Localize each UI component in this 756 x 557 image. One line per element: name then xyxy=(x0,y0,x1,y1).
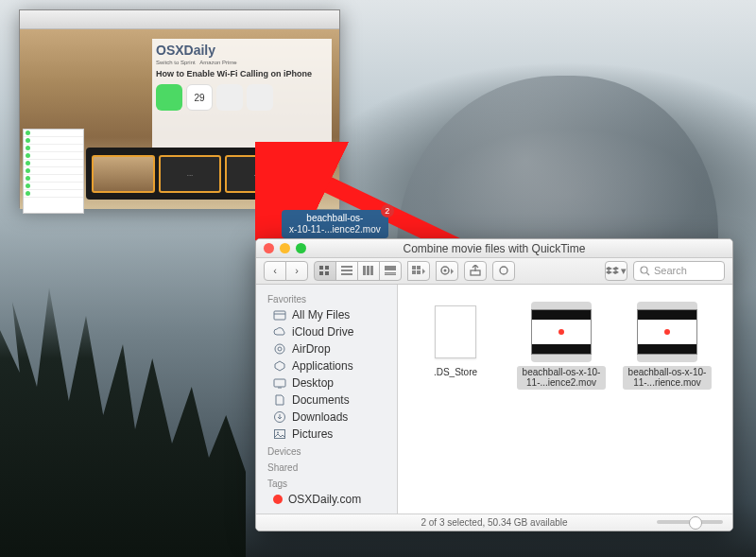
osxdaily-logo: OSXDaily xyxy=(156,43,328,58)
sidebar-item-label: Applications xyxy=(292,359,353,373)
icon-view-button[interactable] xyxy=(314,261,336,281)
file-icon xyxy=(531,302,592,362)
file-label: beachball-os-x-10-11-...rience.mov xyxy=(623,366,712,390)
sidebar-item-icloud-drive[interactable]: iCloud Drive xyxy=(256,323,397,340)
svg-rect-5 xyxy=(341,266,352,268)
svg-rect-13 xyxy=(385,274,396,275)
finder-window[interactable]: Combine movie files with QuickTime ‹ › xyxy=(255,238,733,531)
svg-rect-9 xyxy=(367,266,369,275)
back-button[interactable]: ‹ xyxy=(264,261,286,281)
finder-titlebar[interactable]: Combine movie files with QuickTime xyxy=(256,239,732,258)
sidebar-item-airdrop[interactable]: AirDrop xyxy=(256,340,397,357)
finder-toolbar: ‹ › xyxy=(256,258,732,284)
svg-point-27 xyxy=(278,347,282,351)
zoom-button[interactable] xyxy=(296,243,306,253)
svg-point-21 xyxy=(500,267,507,274)
search-input[interactable]: Search xyxy=(633,261,725,281)
favorites-header: Favorites xyxy=(256,290,397,306)
svg-rect-10 xyxy=(370,266,373,275)
sidebar-item-pictures[interactable]: Pictures xyxy=(256,426,397,443)
desktop-icon xyxy=(273,376,286,390)
file-label: .DS_Store xyxy=(432,366,479,379)
tags-button[interactable] xyxy=(492,261,515,281)
sidebar-item-label: Downloads xyxy=(292,410,348,424)
svg-rect-31 xyxy=(275,429,285,438)
svg-point-22 xyxy=(641,267,647,273)
clip-2[interactable]: ... xyxy=(159,155,222,193)
finder-title: Combine movie files with QuickTime xyxy=(404,242,586,255)
svg-rect-3 xyxy=(319,271,323,275)
search-icon xyxy=(640,266,650,276)
svg-rect-1 xyxy=(319,266,323,270)
quicktime-titlebar[interactable] xyxy=(20,10,339,29)
quicktime-window[interactable]: OSXDaily Switch to Sprint Amazon Prime H… xyxy=(19,9,340,208)
documents-icon xyxy=(273,393,286,407)
sidebar-tag-osxdaily[interactable]: OSXDaily.com xyxy=(256,491,397,508)
status-text: 2 of 3 selected, 50.34 GB available xyxy=(421,517,567,528)
clip-1[interactable] xyxy=(92,155,155,193)
icon-size-slider[interactable] xyxy=(657,520,723,524)
arrange-button[interactable] xyxy=(407,261,430,281)
finder-content[interactable]: .DS_Store beachball-os-x-10-11-...ience2… xyxy=(398,285,732,513)
finder-sidebar: Favorites All My Files iCloud Drive AirD… xyxy=(256,285,398,513)
tag-red-icon xyxy=(273,495,283,504)
window-controls[interactable] xyxy=(264,243,306,253)
column-view-button[interactable] xyxy=(357,261,380,281)
quicktime-content: OSXDaily Switch to Sprint Amazon Prime H… xyxy=(20,29,339,209)
file-ds-store[interactable]: .DS_Store xyxy=(411,302,500,379)
sidebar-item-desktop[interactable]: Desktop xyxy=(256,374,397,392)
svg-rect-7 xyxy=(341,273,352,275)
svg-rect-12 xyxy=(385,272,396,274)
quicktime-clip-strip[interactable]: ... ... xyxy=(86,148,294,200)
share-icon xyxy=(470,265,481,276)
file-icon xyxy=(637,302,697,362)
sidebar-item-label: All My Files xyxy=(292,308,350,322)
forward-button[interactable]: › xyxy=(285,261,308,281)
downloads-icon xyxy=(273,410,286,424)
sidebar-item-all-my-files[interactable]: All My Files xyxy=(256,306,397,323)
sidebar-item-documents[interactable]: Documents xyxy=(256,392,397,409)
finder-statusbar: 2 of 3 selected, 50.34 GB available xyxy=(256,513,732,531)
pictures-icon xyxy=(273,427,286,441)
cloud-icon xyxy=(273,325,286,339)
svg-line-23 xyxy=(647,272,650,275)
sidebar-item-label: AirDrop xyxy=(292,342,331,356)
dropbox-button[interactable]: ▾ xyxy=(605,261,627,281)
action-button[interactable] xyxy=(436,261,458,281)
clip-3[interactable]: ... xyxy=(225,155,288,193)
tags-header: Tags xyxy=(256,475,397,491)
sidebar-item-label: Documents xyxy=(292,393,350,407)
svg-rect-11 xyxy=(385,266,396,270)
close-button[interactable] xyxy=(264,243,274,253)
tag-icon xyxy=(498,265,509,276)
svg-rect-28 xyxy=(274,379,285,387)
drag-count-badge: 2 xyxy=(381,204,394,218)
view-buttons xyxy=(314,261,402,281)
svg-rect-15 xyxy=(417,266,421,270)
svg-point-19 xyxy=(444,270,447,272)
sidebar-item-applications[interactable]: Applications xyxy=(256,357,397,374)
minimize-button[interactable] xyxy=(280,243,290,253)
svg-point-32 xyxy=(277,431,279,433)
svg-rect-16 xyxy=(412,270,416,274)
svg-rect-17 xyxy=(417,270,421,274)
list-view-button[interactable] xyxy=(335,261,358,281)
sidebar-item-label: OSXDaily.com xyxy=(288,493,361,506)
coverflow-view-button[interactable] xyxy=(379,261,402,281)
sidebar-item-downloads[interactable]: Downloads xyxy=(256,409,397,426)
sidebar-item-label: Desktop xyxy=(292,376,334,390)
svg-rect-2 xyxy=(325,266,329,270)
sidebar-item-label: iCloud Drive xyxy=(292,325,353,339)
airdrop-icon xyxy=(273,342,286,356)
file-beachball-1[interactable]: beachball-os-x-10-11-...rience.mov xyxy=(623,302,712,390)
drag-file-badge: beachball-os- x-10-11-...ience2.mov 2 xyxy=(282,210,388,238)
svg-rect-14 xyxy=(412,266,416,270)
quicktime-mini-list xyxy=(23,129,84,214)
share-button[interactable] xyxy=(464,261,487,281)
quicktime-overlay-article: OSXDaily Switch to Sprint Amazon Prime H… xyxy=(152,39,332,152)
svg-rect-24 xyxy=(274,311,285,320)
file-beachball-2[interactable]: beachball-os-x-10-11-...ience2.mov xyxy=(517,302,606,390)
dropbox-icon xyxy=(606,265,619,276)
all-files-icon xyxy=(273,308,286,322)
gear-icon xyxy=(439,265,455,276)
